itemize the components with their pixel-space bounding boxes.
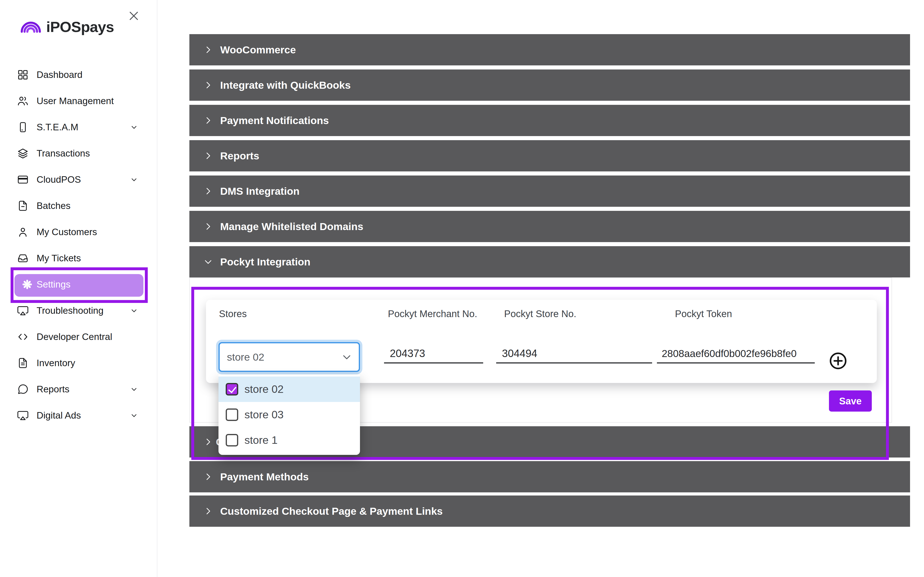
- brand-rainbow-icon: [18, 17, 43, 34]
- sidebar-item-label: My Tickets: [37, 253, 81, 263]
- accordion-label: Manage Whitelisted Domains: [220, 221, 363, 232]
- brand-logo-text: iPOSpays: [46, 18, 114, 35]
- sidebar-item-label: Digital Ads: [37, 410, 81, 421]
- token-column-label: Pockyt Token: [675, 307, 732, 321]
- sidebar-item-cloudpos[interactable]: CloudPOS: [0, 166, 157, 193]
- stores-select[interactable]: store 02: [218, 342, 360, 372]
- chevron-right-icon: [204, 222, 213, 231]
- chevron-down-icon: [130, 385, 138, 393]
- add-row-icon[interactable]: [828, 351, 848, 371]
- sidebar-item-steam[interactable]: S.T.E.A.M: [0, 114, 157, 140]
- sidebar-item-label: Developer Central: [37, 332, 112, 342]
- sidebar-item-transactions[interactable]: Transactions: [0, 140, 157, 166]
- chevron-right-icon: [204, 116, 213, 125]
- dropdown-option-store-03[interactable]: store 03: [218, 402, 360, 427]
- sidebar-item-batches[interactable]: Batches: [0, 193, 157, 219]
- sidebar-item-inventory[interactable]: Inventory: [0, 350, 157, 376]
- chevron-right-icon: [204, 151, 213, 161]
- sidebar-item-label: Transactions: [37, 148, 90, 159]
- chevron-right-icon: [204, 186, 213, 196]
- stores-dropdown-menu: store 02 store 03 store 1: [218, 375, 360, 455]
- token-input[interactable]: 2808aaef60df0b002fe96b8fe0: [657, 343, 815, 364]
- accordion-label: Payment Notifications: [220, 115, 329, 126]
- accordion-label: Reports: [220, 150, 259, 162]
- sidebar-item-user-management[interactable]: User Management: [0, 88, 157, 114]
- dashboard-grid-icon: [17, 69, 29, 81]
- chevron-down-icon: [130, 176, 138, 184]
- dropdown-option-label: store 03: [244, 408, 284, 421]
- accordion-quickbooks[interactable]: Integrate with QuickBooks: [189, 69, 910, 101]
- sidebar-item-my-tickets[interactable]: My Tickets: [0, 245, 157, 271]
- accordion-label: Customized Checkout Page & Payment Links: [220, 505, 443, 517]
- file-text-icon: [17, 357, 29, 369]
- accordion-label: DMS Integration: [220, 185, 300, 197]
- store-no-column-label: Pockyt Store No.: [504, 307, 576, 321]
- file-minus-icon: [17, 200, 29, 212]
- inbox-icon: [17, 252, 29, 264]
- accordion-customized-checkout[interactable]: Customized Checkout Page & Payment Links: [189, 495, 910, 527]
- chevron-right-icon: [204, 80, 213, 90]
- token-value: 2808aaef60df0b002fe96b8fe0: [662, 348, 797, 359]
- chevron-right-icon: [204, 472, 213, 482]
- stores-select-value: store 02: [227, 351, 264, 363]
- checkbox-unchecked-icon[interactable]: [226, 434, 238, 446]
- dropdown-option-store-1[interactable]: store 1: [218, 427, 360, 453]
- sidebar-item-label: Settings: [37, 279, 71, 290]
- accordion-reports[interactable]: Reports: [189, 140, 910, 171]
- merchant-no-value: 204373: [390, 347, 425, 359]
- sidebar-item-digital-ads[interactable]: Digital Ads: [0, 402, 157, 429]
- stores-column-label: Stores: [219, 307, 247, 321]
- close-icon[interactable]: [127, 9, 141, 23]
- sidebar-item-label: Batches: [37, 200, 71, 211]
- screen-cast-icon: [17, 409, 29, 421]
- checkbox-checked-icon[interactable]: [226, 383, 238, 395]
- screen-cast-icon: [17, 305, 29, 317]
- accordion-label: Payment Methods: [220, 471, 309, 483]
- sidebar-item-troubleshooting[interactable]: Troubleshooting: [0, 297, 157, 324]
- accordion-payment-notifications[interactable]: Payment Notifications: [189, 105, 910, 136]
- dropdown-option-label: store 02: [244, 383, 284, 395]
- app-root: iPOSpays Dashboard: [0, 0, 924, 577]
- sidebar-item-label: User Management: [37, 96, 114, 106]
- sidebar-item-dashboard[interactable]: Dashboard: [0, 61, 157, 88]
- checkbox-unchecked-icon[interactable]: [226, 408, 238, 421]
- credit-card-icon: [17, 174, 29, 185]
- chevron-down-icon: [204, 257, 213, 267]
- sidebar-item-label: CloudPOS: [37, 174, 81, 185]
- chevron-right-icon: [204, 45, 213, 55]
- chevron-down-icon: [341, 352, 352, 363]
- sidebar-item-my-customers[interactable]: My Customers: [0, 219, 157, 245]
- store-no-input[interactable]: 304494: [496, 343, 652, 364]
- dropdown-option-store-02[interactable]: store 02: [218, 377, 360, 402]
- merchant-no-input[interactable]: 204373: [384, 343, 483, 364]
- dropdown-option-label: store 1: [244, 434, 278, 446]
- chevron-right-icon: [204, 506, 213, 516]
- sidebar-item-label: Reports: [37, 384, 69, 395]
- accordion-woocommerce[interactable]: WooCommerce: [189, 34, 910, 65]
- layers-icon: [17, 147, 29, 160]
- users-icon: [17, 95, 29, 107]
- chevron-down-icon: [130, 123, 138, 131]
- smartphone-icon: [17, 121, 29, 133]
- sidebar-item-label: Troubleshooting: [37, 305, 103, 316]
- chevron-right-icon: [204, 437, 213, 447]
- sidebar-item-label: Inventory: [37, 358, 75, 368]
- sidebar-item-reports[interactable]: Reports: [0, 376, 157, 402]
- merchant-no-column-label: Pockyt Merchant No.: [388, 307, 479, 321]
- code-icon: [17, 331, 29, 343]
- settings-active-pill: [15, 274, 144, 297]
- accordion-dms-integration[interactable]: DMS Integration: [189, 176, 910, 207]
- person-icon: [17, 226, 29, 238]
- accordion-label: Pockyt Integration: [220, 256, 310, 268]
- chevron-down-icon: [130, 411, 138, 419]
- save-button[interactable]: Save: [829, 390, 872, 412]
- flower-icon: [21, 279, 33, 290]
- accordion-pockyt-integration[interactable]: Pockyt Integration: [189, 246, 910, 277]
- accordion-label: Integrate with QuickBooks: [220, 79, 351, 91]
- sidebar: iPOSpays Dashboard: [0, 0, 157, 577]
- accordion-payment-methods[interactable]: Payment Methods: [189, 461, 910, 492]
- chevron-down-icon: [130, 306, 138, 315]
- sidebar-item-developer-central[interactable]: Developer Central: [0, 324, 157, 350]
- store-no-value: 304494: [502, 347, 537, 359]
- accordion-whitelisted-domains[interactable]: Manage Whitelisted Domains: [189, 211, 910, 242]
